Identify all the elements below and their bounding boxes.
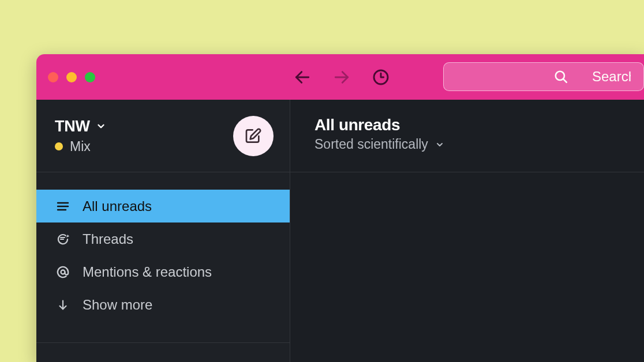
user-name: Mix (70, 139, 91, 154)
sidebar-item-mentions[interactable]: Mentions & reactions (36, 255, 290, 288)
sidebar-item-show-more[interactable]: Show more (36, 288, 290, 321)
window-close-button[interactable] (48, 72, 58, 82)
nav-forward-button[interactable] (332, 68, 351, 86)
sidebar-item-label: All unreads (83, 198, 152, 214)
app-body: TNW Mix (36, 100, 644, 362)
history-button[interactable] (372, 68, 390, 86)
workspace-name: TNW (55, 118, 90, 135)
workspace-header: TNW Mix (36, 100, 290, 172)
search-box[interactable]: Search T (443, 62, 644, 91)
titlebar: Search T (36, 54, 644, 100)
main-content (290, 172, 644, 362)
workspace-switcher[interactable]: TNW (55, 118, 106, 135)
workspace-info: TNW Mix (55, 118, 106, 154)
sidebar-item-all-unreads[interactable]: All unreads (36, 190, 290, 223)
chevron-down-icon (435, 140, 444, 149)
sort-label: Sorted scientifically (314, 137, 428, 152)
arrow-left-icon (293, 68, 312, 86)
sidebar-list: All unreads Threads Mentions & reactions (36, 172, 290, 343)
traffic-lights (48, 72, 95, 82)
page-title: All unreads (314, 116, 620, 134)
sidebar-item-label: Threads (83, 231, 133, 247)
at-sign-icon (55, 265, 70, 280)
sidebar-item-label: Mentions & reactions (83, 264, 212, 280)
nav-controls (293, 68, 390, 86)
window-minimize-button[interactable] (66, 72, 77, 82)
threads-icon (56, 232, 70, 246)
presence-indicator-icon (55, 142, 63, 150)
nav-back-button[interactable] (293, 68, 312, 86)
clock-icon (372, 68, 390, 86)
main-panel: All unreads Sorted scientifically (290, 100, 644, 362)
list-icon (56, 199, 70, 213)
arrow-down-icon (57, 299, 69, 311)
svg-line-4 (563, 79, 567, 82)
main-header: All unreads Sorted scientifically (290, 100, 644, 172)
sidebar-item-threads[interactable]: Threads (36, 223, 290, 255)
sidebar: TNW Mix (36, 100, 290, 362)
compose-icon (244, 127, 263, 145)
sidebar-item-label: Show more (83, 297, 152, 313)
compose-button[interactable] (233, 116, 274, 156)
app-window: Search T TNW Mix (36, 54, 644, 362)
user-status[interactable]: Mix (55, 139, 106, 154)
sort-dropdown[interactable]: Sorted scientifically (314, 137, 620, 152)
sidebar-divider (36, 326, 290, 343)
arrow-right-icon (332, 68, 351, 86)
chevron-down-icon (96, 121, 106, 131)
search-placeholder: Search T (592, 69, 631, 85)
search-icon (553, 69, 568, 84)
window-maximize-button[interactable] (85, 72, 95, 82)
